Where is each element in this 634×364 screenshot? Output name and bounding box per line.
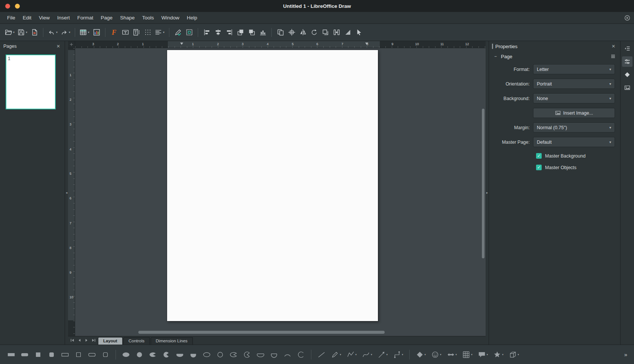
rounded-rectangle-button[interactable] xyxy=(18,347,31,362)
ellipse-segment-outline-button[interactable] xyxy=(254,347,267,362)
align-center-button[interactable] xyxy=(212,26,224,39)
bring-to-front-button[interactable] xyxy=(235,26,246,39)
undo-button[interactable]: ▾ xyxy=(46,26,59,39)
menu-edit[interactable]: Edit xyxy=(19,13,35,22)
drawing-canvas[interactable] xyxy=(75,48,486,336)
menu-tools[interactable]: Tools xyxy=(139,13,157,22)
format-dropdown[interactable]: Letter xyxy=(533,64,615,74)
page-thumbnail[interactable]: 1 xyxy=(6,55,56,109)
distribute-button[interactable] xyxy=(257,26,268,39)
lines-and-arrows-button[interactable]: ▾ xyxy=(375,347,391,362)
insert-vertical-text-button[interactable] xyxy=(131,26,142,39)
menu-shape[interactable]: Shape xyxy=(117,13,138,22)
previous-page-button[interactable] xyxy=(76,337,82,343)
ellipse-segment-button[interactable] xyxy=(173,347,187,362)
vertical-scrollbar[interactable] xyxy=(481,48,485,336)
transformations-button[interactable] xyxy=(342,26,353,39)
circle-outline-button[interactable] xyxy=(213,347,227,362)
export-pdf-button[interactable] xyxy=(29,26,40,39)
freeform-line-button[interactable]: ▾ xyxy=(328,347,344,362)
ellipse-pie-button[interactable] xyxy=(146,347,160,362)
fontwork-button[interactable]: F xyxy=(108,26,120,39)
insert-chart-button[interactable] xyxy=(91,26,102,39)
arc-button[interactable] xyxy=(281,347,294,362)
next-page-button[interactable] xyxy=(83,337,89,343)
redo-button[interactable]: ▾ xyxy=(59,26,72,39)
3d-objects-button[interactable]: ▾ xyxy=(506,347,522,362)
insert-table-button[interactable]: ▾ xyxy=(78,26,91,39)
circle-segment-outline-button[interactable] xyxy=(267,347,281,362)
display-grid-button[interactable] xyxy=(142,26,153,39)
master-objects-checkbox[interactable]: ✓ xyxy=(536,165,542,170)
connectors-button[interactable]: ▾ xyxy=(390,347,406,362)
stars-button[interactable]: ▾ xyxy=(490,347,506,362)
shadow-button[interactable] xyxy=(320,26,331,39)
symbol-shapes-button[interactable]: ▾ xyxy=(428,347,444,362)
sidebar-settings-button[interactable] xyxy=(622,43,633,54)
properties-close-button[interactable]: ✕ xyxy=(610,43,616,49)
panel-menu-icon[interactable] xyxy=(610,54,616,59)
line-button[interactable] xyxy=(315,347,328,362)
rounded-square-button[interactable] xyxy=(45,347,58,362)
columns-button[interactable] xyxy=(331,26,342,39)
tab-controls[interactable]: Controls xyxy=(123,337,150,345)
minimize-window-button[interactable] xyxy=(15,4,20,9)
rectangle-button[interactable] xyxy=(4,347,18,362)
last-page-button[interactable] xyxy=(90,337,96,343)
save-button[interactable]: ▾ xyxy=(16,26,29,39)
master-page-dropdown[interactable]: Default xyxy=(533,137,615,147)
callouts-button[interactable]: ▾ xyxy=(475,347,491,362)
vertical-ruler[interactable]: 12345678910 xyxy=(68,48,75,336)
drawing-page[interactable] xyxy=(167,50,378,321)
square-button[interactable] xyxy=(31,347,45,362)
align-left-button[interactable] xyxy=(201,26,212,39)
tab-layout[interactable]: Layout xyxy=(98,337,123,345)
horizontal-scrollbar-thumb[interactable] xyxy=(138,331,385,334)
sidebar-tab-gallery[interactable] xyxy=(622,83,633,93)
insert-text-box-button[interactable] xyxy=(120,26,131,39)
close-window-button[interactable] xyxy=(5,4,10,9)
menu-window[interactable]: Window xyxy=(158,13,183,22)
position-size-button[interactable] xyxy=(286,26,297,39)
circle-pie-button[interactable] xyxy=(160,347,173,362)
page-section-header[interactable]: − Page xyxy=(489,52,620,61)
toolbar-overflow-button[interactable]: » xyxy=(622,351,630,358)
orientation-dropdown[interactable]: Portrait xyxy=(533,79,615,89)
menu-help[interactable]: Help xyxy=(184,13,201,22)
menu-file[interactable]: File xyxy=(4,13,19,22)
circle-segment-button[interactable] xyxy=(187,347,200,362)
circle-pie-outline-button[interactable] xyxy=(240,347,254,362)
margin-dropdown[interactable]: Normal (0.75") xyxy=(533,122,615,133)
interaction-button[interactable] xyxy=(353,26,364,39)
block-arrows-button[interactable]: ▾ xyxy=(444,347,460,362)
insert-image-button[interactable]: Insert Image... xyxy=(533,108,615,118)
curve-button[interactable]: ▾ xyxy=(359,347,375,362)
square-outline-button[interactable] xyxy=(72,347,85,362)
vertical-scrollbar-thumb[interactable] xyxy=(482,109,484,258)
rectangle-outline-button[interactable] xyxy=(58,347,72,362)
collapse-section-icon[interactable]: − xyxy=(494,54,498,59)
close-document-button[interactable] xyxy=(624,15,630,21)
flip-button[interactable] xyxy=(297,26,308,39)
first-page-button[interactable] xyxy=(69,337,75,343)
ellipse-pie-outline-button[interactable] xyxy=(227,347,240,362)
flowchart-button[interactable]: ▾ xyxy=(459,347,475,362)
menu-page[interactable]: Page xyxy=(98,13,116,22)
basic-shapes-button[interactable]: ▾ xyxy=(413,347,429,362)
circle-arc-button[interactable] xyxy=(294,347,308,362)
align-right-button[interactable] xyxy=(224,26,235,39)
edit-mode-button[interactable] xyxy=(172,26,184,39)
horizontal-ruler[interactable]: 321123456789101112 xyxy=(75,41,486,48)
pages-panel-splitter[interactable]: ◂ xyxy=(65,41,68,345)
align-text-button[interactable]: ▾ xyxy=(153,26,166,39)
menu-format[interactable]: Format xyxy=(74,13,97,22)
rounded-square-outline-button[interactable] xyxy=(99,347,112,362)
rotate-button[interactable] xyxy=(308,26,320,39)
sidebar-tab-properties[interactable] xyxy=(622,56,633,67)
properties-panel-splitter[interactable]: ▸ xyxy=(486,41,489,345)
sidebar-tab-shapes[interactable] xyxy=(622,69,633,80)
send-to-back-button[interactable] xyxy=(246,26,257,39)
menu-view[interactable]: View xyxy=(36,13,53,22)
polygon-button[interactable]: ▾ xyxy=(344,347,360,362)
tab-dimension-lines[interactable]: Dimension Lines xyxy=(151,337,193,345)
